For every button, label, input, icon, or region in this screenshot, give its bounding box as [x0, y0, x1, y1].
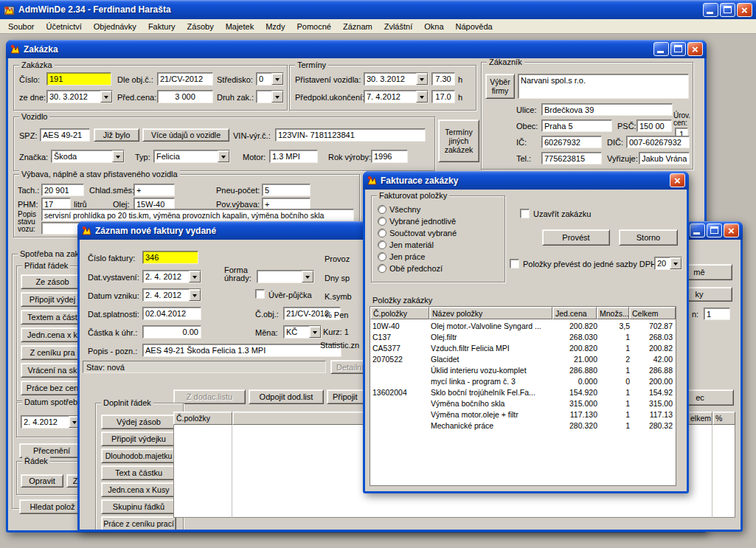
vin-field[interactable]: 123VIN- 7181123841	[275, 128, 426, 142]
popis-stavu-field[interactable]: servisní prohlídka po 20 tis.km, výměna …	[41, 209, 354, 221]
table-row[interactable]: Mechanické práce280.3201280.32	[371, 420, 675, 431]
jedn-cena-kusy-button[interactable]: Jedn.cena x k	[21, 327, 84, 342]
prace-bez-ceniku-button[interactable]: Práce bez cen	[21, 381, 84, 395]
menu-faktury[interactable]: Faktury	[142, 20, 181, 33]
pripojit-vydejku-button[interactable]: Připojit výdejku	[101, 431, 176, 446]
menu-zaznam[interactable]: Záznam	[337, 20, 378, 33]
minimize-button[interactable]	[703, 3, 718, 17]
vice-udaju-button[interactable]: Více údajů o vozidle	[142, 128, 229, 142]
opravit-button[interactable]: Opravit	[21, 474, 63, 488]
maximize-button[interactable]	[720, 3, 735, 17]
typ-select[interactable]: Felicia	[153, 150, 230, 163]
dropdown-arrow-icon[interactable]	[670, 257, 682, 269]
z-dodac-listu-button[interactable]: Z dodac.listu	[173, 389, 246, 404]
dlouhodob-majetku-button[interactable]: Dlouhodob.majetku	[101, 448, 176, 463]
chlad-smes-field[interactable]: +	[133, 184, 175, 196]
cislo-field[interactable]: 191	[46, 72, 111, 86]
stredisko-select[interactable]: 0	[256, 72, 284, 86]
close-button[interactable]	[670, 173, 685, 187]
table-row[interactable]: 13602004Sklo boční trojúhelník Fel.Fa...…	[371, 387, 675, 398]
minimize-button[interactable]	[690, 223, 705, 237]
prace-z-ceniku-button[interactable]: Práce z ceníku prací	[101, 516, 176, 530]
uzavrit-zakazku-checkbox[interactable]	[520, 209, 530, 218]
close-button[interactable]	[737, 3, 752, 17]
castka-field[interactable]: 0.00	[142, 325, 201, 339]
mena-select[interactable]: KČ	[283, 325, 322, 339]
dropdown-arrow-icon[interactable]	[112, 150, 124, 162]
text-a-castku-button[interactable]: Text a částku	[101, 465, 176, 480]
druh-zak-select[interactable]	[256, 90, 284, 103]
menu-napoveda[interactable]: Nápověda	[450, 20, 499, 33]
dic-field[interactable]: 007-60267932	[626, 136, 690, 148]
datum-spotreby-select[interactable]: 2. 4.2012	[21, 415, 81, 429]
preceneni-button[interactable]: Přecenění	[19, 443, 84, 458]
menu-objednavky[interactable]: Objednávky	[88, 20, 142, 33]
menu-zvlastni[interactable]: Zvláštní	[378, 20, 419, 33]
radio-jen-material[interactable]	[378, 240, 386, 249]
dropdown-arrow-icon[interactable]	[218, 150, 229, 162]
menu-mzdy[interactable]: Mzdy	[260, 20, 291, 33]
column-header-percent[interactable]: %	[712, 412, 735, 425]
ic-field[interactable]: 60267932	[541, 136, 602, 148]
maximize-button[interactable]	[670, 42, 686, 56]
znacka-select[interactable]: Škoda	[51, 150, 125, 163]
table-row[interactable]: C137Olej.filtr268.0301268.03	[371, 332, 675, 343]
ukonceni-date-select[interactable]: 7. 4.2012	[364, 90, 429, 103]
pneu-pocet-field[interactable]: 5	[262, 184, 311, 196]
tach-field[interactable]: 20 901	[41, 184, 84, 196]
dropdown-arrow-icon[interactable]	[416, 91, 428, 103]
dropdown-arrow-icon[interactable]	[309, 326, 321, 338]
jedn-cena-x-kusy-button[interactable]: Jedn.cena x Kusy	[101, 482, 176, 497]
pristaveni-time-field[interactable]: 7.30	[431, 72, 455, 86]
dropdown-arrow-icon[interactable]	[189, 271, 201, 282]
terminy-jinych-zakazek-button[interactable]: Termínyjinýchzakázek	[438, 119, 479, 162]
column-header-cislo-polozky[interactable]: Č.položky	[173, 412, 232, 425]
col-header-mnozstvi[interactable]: Množs...	[597, 307, 629, 319]
rok-vyroby-field[interactable]: 1996	[371, 150, 408, 163]
menu-ucetnictvi[interactable]: Účetnictví	[40, 20, 87, 33]
col-header-nazev[interactable]: Název položky	[429, 307, 552, 319]
firma-field[interactable]: Narvani spol.s r.o.	[518, 74, 689, 99]
dat-splatnosti-field[interactable]: 02.04.2012	[142, 307, 201, 320]
ze-dne-select[interactable]: 30. 3.2012	[46, 90, 113, 103]
col-header-cislo-polozky[interactable]: Č.položky	[370, 307, 429, 319]
spz-field[interactable]: AES 49-21	[40, 128, 90, 142]
minimize-button[interactable]	[653, 42, 669, 56]
z-ceniku-praci-button[interactable]: Z ceníku pra	[21, 345, 84, 360]
vyber-firmy-button[interactable]: Výběrfirmy	[485, 74, 515, 99]
close-button[interactable]	[724, 223, 739, 237]
dat-vystaveni-select[interactable]: 2. 4. 2012	[142, 270, 201, 283]
vyrizuje-field[interactable]: Jakub Vrána	[639, 152, 690, 164]
vraceni-na-sklad-button[interactable]: Vrácení na sk	[21, 363, 84, 378]
col-header-celkem[interactable]: Celkem	[629, 307, 676, 319]
forma-uhrady-select[interactable]	[257, 270, 314, 283]
dropdown-arrow-icon[interactable]	[302, 271, 313, 282]
main-titlebar[interactable]: AdmWinDe 2.34 - Ferdinand Harašta	[0, 0, 756, 19]
radio-vybrane-jednotlive[interactable]	[378, 217, 386, 226]
dropdown-arrow-icon[interactable]	[271, 91, 283, 103]
textem-castku-button[interactable]: Textem a část	[21, 310, 84, 325]
jiz-bylo-button[interactable]: Již bylo	[94, 128, 139, 142]
dropdown-arrow-icon[interactable]	[100, 91, 112, 103]
menu-zasoby[interactable]: Zásoby	[181, 20, 220, 33]
radio-vsechny[interactable]	[378, 205, 386, 214]
ulice-field[interactable]: Brdečkova 39	[541, 103, 673, 116]
datum-vzniku-select[interactable]: 2. 4. 2012	[142, 288, 201, 302]
table-row[interactable]: Výměna motor.oleje + filtr117.1301117.13	[371, 409, 675, 420]
menu-pomocne[interactable]: Pomocné	[291, 20, 336, 33]
dph-select[interactable]: 20	[654, 257, 682, 270]
dropdown-arrow-icon[interactable]	[416, 73, 428, 85]
table-row[interactable]: mycí linka - program č. 30.0000200.00	[371, 376, 675, 387]
odpojit-dodlist-button[interactable]: Odpojit dod.list	[249, 389, 324, 404]
provest-button[interactable]: Provést	[542, 229, 610, 246]
table-row[interactable]: Výměna bočního skla315.0001315.00	[371, 398, 675, 409]
tel-field[interactable]: 775623815	[541, 152, 602, 164]
maximize-button[interactable]	[707, 223, 722, 237]
table-row[interactable]: CA5377Vzduch.filtr Felicia MPI200.820120…	[371, 343, 675, 354]
popis-pozn-field[interactable]: AES 49-21 Škoda Felicia 1.3 MPI	[142, 344, 341, 357]
vydej-zasob-button[interactable]: Výdej zásob	[101, 415, 176, 429]
dropdown-arrow-icon[interactable]	[271, 73, 283, 85]
hledat-polozku-button[interactable]: Hledat polož	[19, 499, 86, 514]
obec-field[interactable]: Praha 5	[541, 119, 612, 132]
cislo-faktury-field[interactable]: 346	[142, 251, 198, 264]
